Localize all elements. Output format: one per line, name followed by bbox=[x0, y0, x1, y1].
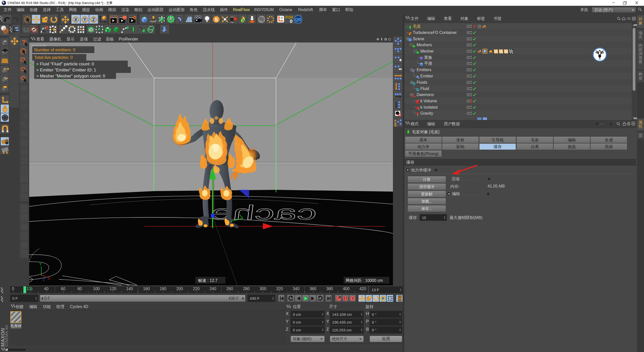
svg-text:Y: Y bbox=[84, 18, 86, 22]
svg-text:T: T bbox=[131, 25, 136, 33]
svg-text:Total live particles: 0: Total live particles: 0 bbox=[34, 55, 73, 60]
svg-text:网格间距 : 10000 cm: 网格间距 : 10000 cm bbox=[346, 278, 383, 283]
svg-text:0: 0 bbox=[290, 19, 293, 24]
svg-text:> Emitter "Emitter" Emitter ID: > Emitter "Emitter" Emitter ID: 1 bbox=[36, 68, 96, 72]
svg-text:?: ? bbox=[351, 296, 354, 301]
svg-text:X: X bbox=[74, 18, 77, 22]
svg-text:Z: Z bbox=[43, 277, 45, 281]
svg-text:Y: Y bbox=[39, 262, 42, 266]
svg-text:帧速 : 12.7: 帧速 : 12.7 bbox=[198, 278, 218, 283]
svg-text:> Mesher "Mesher" polygon coun: > Mesher "Mesher" polygon count: 0 bbox=[36, 74, 105, 78]
svg-text:Number of emitters: 0: Number of emitters: 0 bbox=[34, 48, 75, 52]
svg-text:X: X bbox=[48, 276, 50, 280]
svg-text:R: R bbox=[394, 124, 396, 127]
svg-text:QR: QR bbox=[295, 17, 301, 22]
svg-text:S: S bbox=[215, 17, 218, 22]
svg-text:P: P bbox=[382, 297, 384, 300]
svg-text:Z: Z bbox=[92, 18, 95, 22]
svg-text:> Fluid "Fluid" particle count: > Fluid "Fluid" particle count: 0 bbox=[36, 62, 94, 66]
